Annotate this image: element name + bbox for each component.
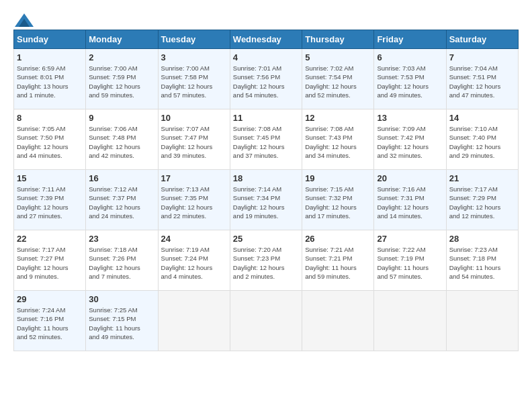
calendar-cell <box>446 291 518 351</box>
calendar-cell: 2Sunrise: 7:00 AM Sunset: 7:59 PM Daylig… <box>86 49 158 109</box>
day-info: Sunrise: 7:21 AM Sunset: 7:21 PM Dayligh… <box>305 245 371 281</box>
day-info: Sunrise: 7:08 AM Sunset: 7:43 PM Dayligh… <box>305 124 371 160</box>
calendar-cell: 28Sunrise: 7:23 AM Sunset: 7:18 PM Dayli… <box>446 230 518 291</box>
calendar-cell: 30Sunrise: 7:25 AM Sunset: 7:15 PM Dayli… <box>86 291 158 351</box>
day-number: 19 <box>305 173 371 183</box>
day-info: Sunrise: 7:12 AM Sunset: 7:37 PM Dayligh… <box>89 185 154 220</box>
day-header-monday: Monday <box>86 30 158 49</box>
day-number: 25 <box>233 234 299 244</box>
calendar-cell: 16Sunrise: 7:12 AM Sunset: 7:37 PM Dayli… <box>86 170 158 230</box>
calendar-cell: 1Sunrise: 6:59 AM Sunset: 8:01 PM Daylig… <box>14 49 86 109</box>
day-number: 9 <box>89 113 154 123</box>
day-info: Sunrise: 6:59 AM Sunset: 8:01 PM Dayligh… <box>17 64 83 99</box>
day-number: 23 <box>89 234 154 244</box>
calendar-table: SundayMondayTuesdayWednesdayThursdayFrid… <box>13 30 519 351</box>
calendar-cell: 20Sunrise: 7:16 AM Sunset: 7:31 PM Dayli… <box>374 170 446 230</box>
day-number: 11 <box>233 113 299 123</box>
day-info: Sunrise: 7:07 AM Sunset: 7:47 PM Dayligh… <box>161 124 227 160</box>
day-number: 13 <box>377 113 443 123</box>
day-info: Sunrise: 7:13 AM Sunset: 7:35 PM Dayligh… <box>161 185 227 220</box>
calendar-cell <box>374 291 446 351</box>
day-info: Sunrise: 7:01 AM Sunset: 7:56 PM Dayligh… <box>233 64 299 99</box>
day-number: 27 <box>377 234 443 244</box>
day-info: Sunrise: 7:19 AM Sunset: 7:24 PM Dayligh… <box>161 245 227 281</box>
calendar-cell: 12Sunrise: 7:08 AM Sunset: 7:43 PM Dayli… <box>302 109 374 170</box>
day-number: 2 <box>89 52 154 62</box>
calendar-cell: 7Sunrise: 7:04 AM Sunset: 7:51 PM Daylig… <box>446 49 518 109</box>
day-info: Sunrise: 7:25 AM Sunset: 7:15 PM Dayligh… <box>89 306 154 341</box>
day-info: Sunrise: 7:17 AM Sunset: 7:27 PM Dayligh… <box>17 245 83 281</box>
calendar-cell: 24Sunrise: 7:19 AM Sunset: 7:24 PM Dayli… <box>158 230 230 291</box>
day-number: 5 <box>305 52 371 62</box>
day-number: 29 <box>17 294 83 304</box>
calendar-cell: 23Sunrise: 7:18 AM Sunset: 7:26 PM Dayli… <box>86 230 158 291</box>
day-number: 4 <box>233 52 299 62</box>
day-info: Sunrise: 7:08 AM Sunset: 7:45 PM Dayligh… <box>233 124 299 160</box>
day-number: 26 <box>305 234 371 244</box>
day-header-friday: Friday <box>374 30 446 49</box>
day-number: 16 <box>89 173 154 183</box>
calendar-cell: 25Sunrise: 7:20 AM Sunset: 7:23 PM Dayli… <box>230 230 302 291</box>
day-info: Sunrise: 7:02 AM Sunset: 7:54 PM Dayligh… <box>305 64 371 99</box>
calendar-cell <box>158 291 230 351</box>
calendar-cell: 26Sunrise: 7:21 AM Sunset: 7:21 PM Dayli… <box>302 230 374 291</box>
page-header <box>13 13 519 23</box>
day-info: Sunrise: 7:17 AM Sunset: 7:29 PM Dayligh… <box>449 185 515 220</box>
day-number: 18 <box>233 173 299 183</box>
day-info: Sunrise: 7:16 AM Sunset: 7:31 PM Dayligh… <box>377 185 443 220</box>
calendar-cell: 11Sunrise: 7:08 AM Sunset: 7:45 PM Dayli… <box>230 109 302 170</box>
day-number: 24 <box>161 234 227 244</box>
day-header-wednesday: Wednesday <box>230 30 302 49</box>
day-number: 6 <box>377 52 443 62</box>
day-number: 8 <box>17 113 83 123</box>
calendar-cell: 19Sunrise: 7:15 AM Sunset: 7:32 PM Dayli… <box>302 170 374 230</box>
day-number: 30 <box>89 294 154 304</box>
day-number: 22 <box>17 234 83 244</box>
calendar-cell: 4Sunrise: 7:01 AM Sunset: 7:56 PM Daylig… <box>230 49 302 109</box>
day-info: Sunrise: 7:11 AM Sunset: 7:39 PM Dayligh… <box>17 185 83 220</box>
day-number: 3 <box>161 52 227 62</box>
day-info: Sunrise: 7:20 AM Sunset: 7:23 PM Dayligh… <box>233 245 299 281</box>
day-number: 21 <box>449 173 515 183</box>
calendar-cell: 3Sunrise: 7:00 AM Sunset: 7:58 PM Daylig… <box>158 49 230 109</box>
calendar-cell: 18Sunrise: 7:14 AM Sunset: 7:34 PM Dayli… <box>230 170 302 230</box>
calendar-cell: 9Sunrise: 7:06 AM Sunset: 7:48 PM Daylig… <box>86 109 158 170</box>
day-number: 7 <box>449 52 515 62</box>
calendar-cell: 17Sunrise: 7:13 AM Sunset: 7:35 PM Dayli… <box>158 170 230 230</box>
calendar-cell: 14Sunrise: 7:10 AM Sunset: 7:40 PM Dayli… <box>446 109 518 170</box>
calendar-cell: 13Sunrise: 7:09 AM Sunset: 7:42 PM Dayli… <box>374 109 446 170</box>
logo <box>13 13 34 23</box>
day-number: 15 <box>17 173 83 183</box>
calendar-cell: 8Sunrise: 7:05 AM Sunset: 7:50 PM Daylig… <box>14 109 86 170</box>
day-info: Sunrise: 7:14 AM Sunset: 7:34 PM Dayligh… <box>233 185 299 220</box>
day-info: Sunrise: 7:03 AM Sunset: 7:53 PM Dayligh… <box>377 64 443 99</box>
day-number: 17 <box>161 173 227 183</box>
day-info: Sunrise: 7:09 AM Sunset: 7:42 PM Dayligh… <box>377 124 443 160</box>
day-info: Sunrise: 7:00 AM Sunset: 7:59 PM Dayligh… <box>89 64 154 99</box>
day-info: Sunrise: 7:05 AM Sunset: 7:50 PM Dayligh… <box>17 124 83 160</box>
day-number: 1 <box>17 52 83 62</box>
day-info: Sunrise: 7:22 AM Sunset: 7:19 PM Dayligh… <box>377 245 443 281</box>
calendar-cell <box>302 291 374 351</box>
day-info: Sunrise: 7:23 AM Sunset: 7:18 PM Dayligh… <box>449 245 515 281</box>
day-number: 28 <box>449 234 515 244</box>
day-info: Sunrise: 7:00 AM Sunset: 7:58 PM Dayligh… <box>161 64 227 99</box>
calendar-cell: 5Sunrise: 7:02 AM Sunset: 7:54 PM Daylig… <box>302 49 374 109</box>
day-info: Sunrise: 7:15 AM Sunset: 7:32 PM Dayligh… <box>305 185 371 220</box>
day-info: Sunrise: 7:24 AM Sunset: 7:16 PM Dayligh… <box>17 306 83 341</box>
day-header-tuesday: Tuesday <box>158 30 230 49</box>
day-info: Sunrise: 7:10 AM Sunset: 7:40 PM Dayligh… <box>449 124 515 160</box>
calendar-cell <box>230 291 302 351</box>
day-info: Sunrise: 7:06 AM Sunset: 7:48 PM Dayligh… <box>89 124 154 160</box>
calendar-cell: 6Sunrise: 7:03 AM Sunset: 7:53 PM Daylig… <box>374 49 446 109</box>
calendar-cell: 21Sunrise: 7:17 AM Sunset: 7:29 PM Dayli… <box>446 170 518 230</box>
day-number: 12 <box>305 113 371 123</box>
calendar-cell: 15Sunrise: 7:11 AM Sunset: 7:39 PM Dayli… <box>14 170 86 230</box>
logo-icon <box>15 13 34 27</box>
day-info: Sunrise: 7:18 AM Sunset: 7:26 PM Dayligh… <box>89 245 154 281</box>
day-header-thursday: Thursday <box>302 30 374 49</box>
calendar-cell: 29Sunrise: 7:24 AM Sunset: 7:16 PM Dayli… <box>14 291 86 351</box>
day-number: 14 <box>449 113 515 123</box>
day-header-saturday: Saturday <box>446 30 518 49</box>
day-number: 10 <box>161 113 227 123</box>
